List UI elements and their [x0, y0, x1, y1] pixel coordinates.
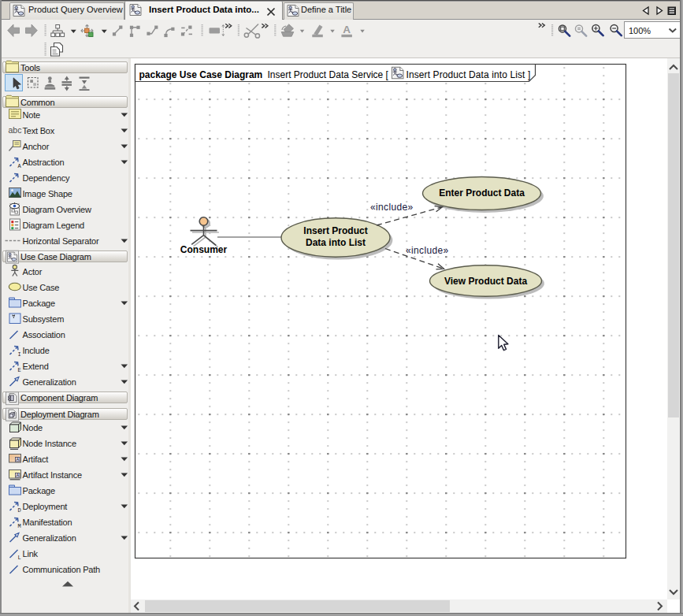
svg-text:package Use Case Diagram: package Use Case Diagram: [139, 69, 263, 80]
svg-text:D: D: [18, 507, 21, 514]
svg-text:«include»: «include»: [406, 245, 449, 256]
svg-text:Insert Product Data Service [: Insert Product Data Service [: [268, 69, 389, 80]
svg-text:A: A: [343, 24, 351, 35]
svg-text:Insert Product Data into List: Insert Product Data into List ]: [406, 69, 531, 80]
svg-text:L: L: [18, 555, 21, 561]
svg-text:abc: abc: [9, 125, 22, 135]
svg-text:Enter Product Data: Enter Product Data: [439, 187, 525, 199]
svg-text:I: I: [18, 351, 21, 358]
svg-text:A: A: [16, 457, 19, 462]
svg-text:Insert Product: Insert Product: [303, 225, 367, 236]
svg-text:A: A: [18, 163, 22, 169]
svg-text:Data into List: Data into List: [306, 237, 366, 248]
svg-text:M: M: [18, 523, 21, 529]
svg-text:A: A: [16, 473, 19, 477]
svg-text:Consumer: Consumer: [180, 244, 228, 255]
svg-text:«include»: «include»: [370, 202, 414, 213]
svg-text:E: E: [18, 367, 21, 373]
svg-text:View Product Data: View Product Data: [444, 276, 527, 287]
